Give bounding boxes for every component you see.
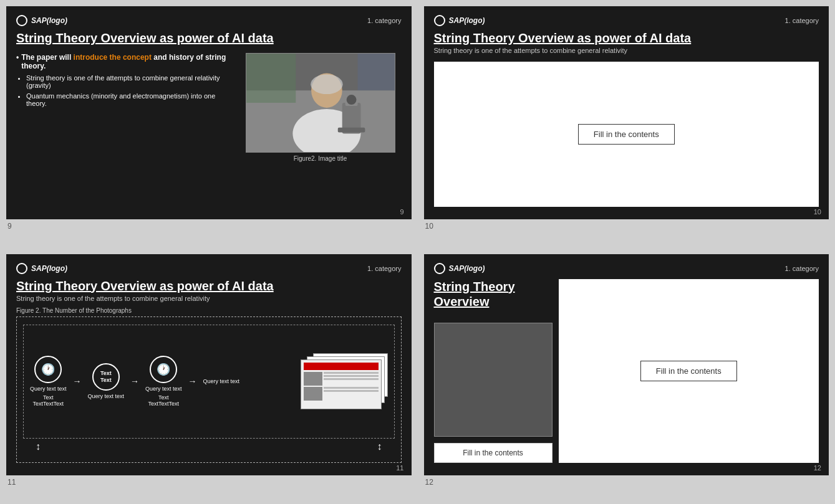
text-circle-2: TextText xyxy=(92,363,120,391)
logo-text-11: SAP(logo) xyxy=(31,264,67,273)
ss3-line-3 xyxy=(324,378,379,380)
fill-in-box-12-right: Fill in the contents xyxy=(640,361,737,381)
flow-label-3: Query text text xyxy=(145,386,182,392)
logo-10: SAP(logo) xyxy=(434,15,485,26)
arrow-1: → xyxy=(73,376,82,386)
slide-10-label: 10 xyxy=(424,222,829,231)
slide-12-left: String Theory Overview Fill in the conte… xyxy=(434,279,553,464)
logo-11: SAP(logo) xyxy=(16,263,67,274)
slide-9-label: 9 xyxy=(6,222,412,231)
bottom-arrow-left: ↕ xyxy=(36,441,41,452)
slide-12-label: 12 xyxy=(424,478,829,487)
slide-9-wrapper: SAP(logo) 1. category String Theory Over… xyxy=(0,0,418,248)
ss-layer-3 xyxy=(301,359,382,409)
slide-11-number: 11 xyxy=(396,464,403,472)
flow-item-1: 🕐 Query text text TextTextTextText xyxy=(30,356,67,407)
scientist-svg xyxy=(246,53,395,153)
image-caption: Figure2. Image title xyxy=(294,155,347,162)
ss3-row-2 xyxy=(304,387,379,401)
ss3-row-1 xyxy=(304,372,379,386)
slide-11-subtitle: String theory is one of the attempts to … xyxy=(16,295,402,302)
flow-label-1: Query text text xyxy=(30,386,67,392)
svg-rect-9 xyxy=(246,54,296,103)
slide-9-content: • The paper will introduce the concept a… xyxy=(16,53,402,207)
category-9: 1. category xyxy=(367,17,401,24)
slide-12-title: String Theory Overview xyxy=(434,279,553,309)
fill-in-box-12-left: Fill in the contents xyxy=(434,443,553,463)
category-11: 1. category xyxy=(367,265,401,272)
slide-11-title: String Theory Overview as power of AI da… xyxy=(16,279,402,293)
slide-9-image-area: Figure2. Image title xyxy=(239,53,402,207)
clock-circle-1: 🕐 xyxy=(34,356,62,383)
slide-10-subtitle: String theory is one of the attempts to … xyxy=(434,47,819,54)
slide-12-wrapper: SAP(logo) 1. category String Theory Over… xyxy=(418,248,836,505)
bullet-main: • The paper will introduce the concept a… xyxy=(16,53,233,70)
slide-9: SAP(logo) 1. category String Theory Over… xyxy=(6,6,412,219)
logo-circle-12 xyxy=(434,263,445,274)
slide-11: SAP(logo) 1. category String Theory Over… xyxy=(6,254,412,476)
bullet-highlight: introduce the concept xyxy=(74,53,152,62)
ss3-line-2 xyxy=(324,375,379,377)
ss3-top xyxy=(304,363,379,370)
flow-label-4: Query text text xyxy=(203,378,240,384)
text-circle-text-2: TextText xyxy=(100,370,112,384)
arrow-3: → xyxy=(188,376,197,386)
sub-bullet-1: String theory is one of the attempts to … xyxy=(26,74,233,89)
logo-9: SAP(logo) xyxy=(16,15,67,26)
logo-text-9: SAP(logo) xyxy=(31,16,67,25)
ss3-img-2 xyxy=(304,387,322,401)
diagram-inner-11: 🕐 Query text text TextTextTextText → Tex… xyxy=(23,325,395,439)
ss3-img-1 xyxy=(304,372,322,386)
ss3-line-5 xyxy=(324,390,379,392)
slide-12-main-content: String Theory Overview Fill in the conte… xyxy=(434,279,819,464)
logo-circle-11 xyxy=(16,263,27,274)
slide-11-label: 11 xyxy=(6,478,412,487)
svg-rect-8 xyxy=(337,128,365,133)
slide-10-header: SAP(logo) 1. category xyxy=(434,15,819,26)
ss3-line-1 xyxy=(324,372,379,374)
slide-9-title: String Theory Overview as power of AI da… xyxy=(16,31,402,45)
category-10: 1. category xyxy=(785,17,819,24)
slide-9-header: SAP(logo) 1. category xyxy=(16,15,402,26)
ss3-text-1 xyxy=(324,372,379,386)
flow-item-2: TextText Query text text xyxy=(88,363,125,399)
fill-in-box-10: Fill in the contents xyxy=(578,124,675,145)
logo-text-12: SAP(logo) xyxy=(449,264,485,273)
slide-12-right: Fill in the contents xyxy=(559,279,819,464)
bottom-arrow-right: ↕ xyxy=(377,441,382,452)
screenshot-stack xyxy=(301,353,388,409)
sub-bullet-2: Quantum mechanics (minority and electrom… xyxy=(26,92,233,107)
logo-circle-9 xyxy=(16,15,27,26)
slide-12-image-box xyxy=(434,323,553,437)
slide-9-text: • The paper will introduce the concept a… xyxy=(16,53,233,207)
slide-10-number: 10 xyxy=(814,208,821,216)
bullet-start: The paper will xyxy=(21,53,73,62)
scientist-image xyxy=(246,53,395,153)
slide-10-wrapper: SAP(logo) 1. category String Theory Over… xyxy=(418,0,836,248)
ss3-content xyxy=(301,360,381,409)
svg-point-7 xyxy=(346,95,356,105)
clock-icon-3: 🕐 xyxy=(157,363,170,376)
sub-bullets: String theory is one of the attempts to … xyxy=(26,74,233,107)
slide-11-header: SAP(logo) 1. category xyxy=(16,263,402,274)
slide-10-content-area: Fill in the contents xyxy=(434,62,819,207)
figure-label-11: Figure 2. The Number of the Photographs xyxy=(16,307,402,314)
category-12: 1. category xyxy=(785,265,819,272)
scientist-bg xyxy=(246,54,395,152)
clock-icon-1: 🕐 xyxy=(41,363,55,376)
slide-12: SAP(logo) 1. category String Theory Over… xyxy=(424,254,829,476)
logo-12: SAP(logo) xyxy=(434,263,485,274)
slide-10: SAP(logo) 1. category String Theory Over… xyxy=(424,6,829,219)
flow-label-2: Query text text xyxy=(88,393,125,399)
bullet-text: The paper will introduce the concept and… xyxy=(21,53,233,70)
flow-item-4: Query text text xyxy=(203,378,240,384)
diagram-box-11: 🕐 Query text text TextTextTextText → Tex… xyxy=(16,316,402,464)
bullet-dot: • xyxy=(16,53,19,70)
ss3-text-2 xyxy=(324,387,379,401)
svg-point-4 xyxy=(311,74,343,94)
flow-sublabel-1: TextTextTextText xyxy=(33,394,64,407)
arrow-2: → xyxy=(130,376,139,386)
ss3-line-4 xyxy=(324,387,379,389)
svg-rect-10 xyxy=(357,54,395,91)
slide-12-number: 12 xyxy=(814,464,821,472)
